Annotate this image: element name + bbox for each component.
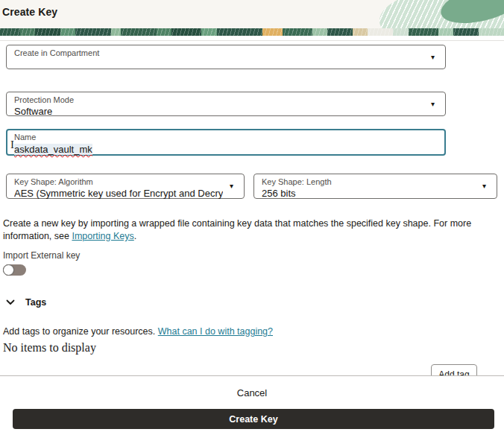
panel-footer: Cancel Create Key: [0, 375, 504, 432]
cancel-button[interactable]: Cancel: [0, 387, 504, 398]
caret-down-icon: ▾: [230, 182, 233, 190]
import-info-text: Create a new key by importing a wrapped …: [3, 217, 497, 243]
create-key-button[interactable]: Create Key: [13, 409, 494, 429]
caret-down-icon: ▾: [431, 54, 435, 61]
name-input[interactable]: Name askdata_vault_mk I: [6, 129, 446, 156]
tags-empty-message: No items to display: [3, 341, 96, 355]
importing-keys-link[interactable]: Importing Keys: [72, 231, 133, 241]
import-external-key-label: Import External key: [3, 250, 80, 261]
page-title: Create Key: [2, 6, 57, 18]
protection-mode-label: Protection Mode: [14, 95, 424, 105]
key-shape-algorithm-label: Key Shape: Algorithm: [14, 177, 223, 187]
panel-header: Create Key: [0, 0, 504, 28]
key-shape-length-value: 256 bits: [262, 188, 476, 199]
header-divider: [0, 40, 504, 41]
caret-down-icon: ▾: [482, 182, 486, 190]
toggle-knob: [3, 264, 14, 276]
key-shape-length-select[interactable]: Key Shape: Length 256 bits ▾: [253, 174, 497, 199]
key-shape-length-label: Key Shape: Length: [262, 177, 476, 187]
create-key-panel: Create Key Create in Compartment ▾ Prote…: [0, 0, 504, 432]
key-shape-algorithm-select[interactable]: Key Shape: Algorithm AES (Symmetric key …: [6, 174, 245, 199]
compartment-select[interactable]: Create in Compartment ▾: [6, 45, 446, 69]
add-tag-button[interactable]: Add tag: [431, 364, 477, 375]
import-external-key-toggle[interactable]: [3, 264, 26, 276]
tagging-help-link[interactable]: What can I do with tagging?: [158, 326, 273, 337]
protection-mode-select[interactable]: Protection Mode Software ▾: [6, 92, 446, 116]
tags-section-header[interactable]: Tags: [6, 297, 46, 308]
add-tag-button-clip: Add tag: [431, 364, 477, 375]
tags-description: Add tags to organize your resources. Wha…: [3, 326, 273, 337]
tags-section-title: Tags: [25, 297, 46, 308]
compartment-label: Create in Compartment: [14, 48, 424, 58]
tags-description-text: Add tags to organize your resources.: [3, 326, 158, 337]
name-value: askdata_vault_mk: [14, 144, 92, 155]
leaf-decoration: [374, 0, 504, 28]
leaf-banner-strip: [0, 28, 504, 36]
caret-down-icon: ▾: [431, 101, 435, 108]
import-info-suffix: .: [134, 231, 136, 241]
chevron-down-icon: [6, 299, 15, 305]
protection-mode-value: Software: [14, 106, 424, 117]
key-shape-algorithm-value: AES (Symmetric key used for Encrypt and …: [14, 188, 223, 199]
name-label: Name: [14, 133, 437, 142]
